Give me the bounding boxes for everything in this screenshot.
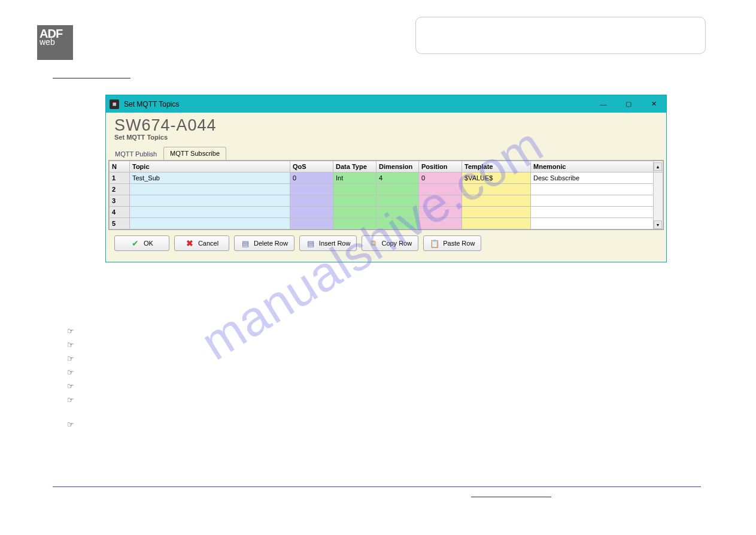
cell-datatype[interactable]	[333, 218, 377, 229]
cell-datatype[interactable]	[333, 207, 377, 218]
col-n[interactable]: N	[110, 161, 130, 173]
tab-label: MQTT Publish	[115, 150, 157, 158]
table-row[interactable]: 3	[110, 195, 663, 207]
cell-mnemonic[interactable]	[531, 195, 654, 207]
pointer-icon	[67, 327, 75, 335]
cell-position[interactable]	[419, 184, 462, 195]
list-item	[67, 392, 79, 406]
check-icon: ✔	[130, 238, 140, 248]
cell-dimension[interactable]	[377, 184, 419, 195]
topics-grid: N Topic QoS Data Type Dimension Position…	[108, 160, 664, 230]
cell-position[interactable]: 0	[419, 173, 462, 184]
cell-topic[interactable]	[130, 218, 290, 229]
cell-mnemonic[interactable]	[531, 218, 654, 229]
table-row[interactable]: 2	[110, 184, 663, 195]
tab-mqtt-publish[interactable]: MQTT Publish	[108, 147, 163, 160]
list-item	[67, 324, 79, 337]
footer-separator	[53, 486, 701, 487]
table-row[interactable]: 5	[110, 218, 663, 229]
scroll-down[interactable]: ▾	[654, 220, 662, 229]
list-item	[67, 417, 79, 431]
cell-n: 3	[110, 195, 130, 207]
grid-header-row: N Topic QoS Data Type Dimension Position…	[110, 161, 663, 173]
cell-template[interactable]	[462, 184, 531, 195]
cell-template[interactable]	[462, 195, 531, 207]
cell-position[interactable]	[419, 218, 462, 229]
cell-mnemonic[interactable]	[531, 207, 654, 218]
cell-n: 5	[110, 218, 130, 229]
cell-topic[interactable]	[130, 207, 290, 218]
scrollbar-track[interactable]: ▾	[654, 173, 663, 229]
cell-template[interactable]	[462, 207, 531, 218]
col-datatype[interactable]: Data Type	[333, 161, 377, 173]
cell-position[interactable]	[419, 207, 462, 218]
paste-row-button[interactable]: 📋 Paste Row	[423, 235, 481, 251]
cell-qos[interactable]	[290, 218, 333, 229]
cell-qos[interactable]	[290, 207, 333, 218]
cell-mnemonic[interactable]: Desc Subscribe	[531, 173, 654, 184]
list-item	[67, 337, 79, 351]
col-mnemonic[interactable]: Mnemonic	[531, 161, 654, 173]
cell-n: 4	[110, 207, 130, 218]
btn-label: Cancel	[198, 240, 218, 247]
cell-qos[interactable]: 0	[290, 173, 333, 184]
button-bar: ✔ OK ✖ Cancel ▤ Delete Row ▤ Insert Row …	[106, 230, 666, 257]
cell-datatype[interactable]: Int	[333, 173, 377, 184]
cell-template[interactable]: $VALUE$	[462, 173, 531, 184]
cell-qos[interactable]	[290, 195, 333, 207]
cell-datatype[interactable]	[333, 195, 377, 207]
cell-dimension[interactable]	[377, 218, 419, 229]
table-row[interactable]: 4	[110, 207, 663, 218]
col-topic[interactable]: Topic	[130, 161, 290, 173]
doc-info-box	[415, 17, 706, 54]
window-title: Set MQTT Topics	[124, 100, 179, 108]
col-position[interactable]: Position	[419, 161, 462, 173]
btn-label: OK	[144, 240, 153, 247]
tab-mqtt-subscribe[interactable]: MQTT Subscribe	[163, 147, 226, 160]
close-button[interactable]: ✕	[641, 95, 666, 113]
cell-dimension[interactable]	[377, 207, 419, 218]
col-template[interactable]: Template	[462, 161, 531, 173]
copy-row-button[interactable]: ⧉ Copy Row	[362, 235, 418, 251]
pointer-icon	[67, 368, 75, 376]
paste-icon: 📋	[430, 238, 439, 248]
maximize-icon: ▢	[626, 100, 631, 108]
footer-link-underline	[471, 497, 551, 497]
set-mqtt-topics-window: ▦ Set MQTT Topics — ▢ ✕ SW674-A044 Set M…	[105, 95, 667, 262]
cell-n: 2	[110, 184, 130, 195]
pointer-icon	[67, 420, 75, 428]
cell-topic[interactable]	[130, 195, 290, 207]
pointer-icon	[67, 354, 75, 362]
col-dimension[interactable]: Dimension	[377, 161, 419, 173]
btn-label: Paste Row	[443, 240, 475, 247]
tab-strip: MQTT Publish MQTT Subscribe	[106, 147, 666, 160]
cancel-button[interactable]: ✖ Cancel	[174, 235, 229, 251]
col-qos[interactable]: QoS	[290, 161, 333, 173]
cell-template[interactable]	[462, 218, 531, 229]
pointer-icon	[67, 340, 75, 349]
btn-label: Copy Row	[381, 240, 412, 247]
minimize-button[interactable]: —	[591, 95, 616, 113]
cell-mnemonic[interactable]	[531, 184, 654, 195]
app-icon: ▦	[110, 99, 119, 109]
cell-qos[interactable]	[290, 184, 333, 195]
pointer-icon	[67, 395, 75, 404]
insert-row-button[interactable]: ▤ Insert Row	[299, 235, 357, 251]
cell-dimension[interactable]: 4	[377, 173, 419, 184]
window-titlebar: ▦ Set MQTT Topics — ▢ ✕	[106, 95, 666, 113]
cross-icon: ✖	[185, 238, 195, 248]
cell-topic[interactable]: Test_Sub	[130, 173, 290, 184]
table-row[interactable]: 1 Test_Sub 0 Int 4 0 $VALUE$ Desc Subscr…	[110, 173, 663, 184]
cell-datatype[interactable]	[333, 184, 377, 195]
scroll-up[interactable]: ▴	[654, 161, 663, 173]
cell-dimension[interactable]	[377, 195, 419, 207]
logo-bottom-text: web	[40, 37, 71, 47]
ok-button[interactable]: ✔ OK	[114, 235, 169, 251]
cell-topic[interactable]	[130, 184, 290, 195]
cell-n: 1	[110, 173, 130, 184]
delete-row-button[interactable]: ▤ Delete Row	[234, 235, 294, 251]
copy-icon: ⧉	[368, 238, 378, 248]
cell-position[interactable]	[419, 195, 462, 207]
maximize-button[interactable]: ▢	[616, 95, 641, 113]
bullet-list	[67, 324, 79, 431]
